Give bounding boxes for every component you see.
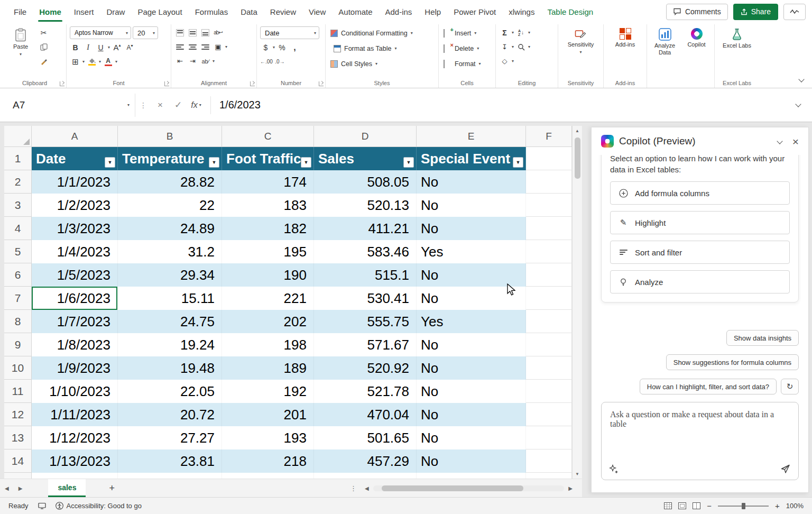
cell-F14[interactable]: [526, 449, 572, 473]
sort-filter-icon[interactable]: AZ↓: [515, 26, 527, 39]
zoom-level[interactable]: 100%: [786, 502, 804, 510]
row-number-13[interactable]: 13: [4, 426, 32, 449]
fill-color-icon[interactable]: [86, 56, 97, 68]
menu-tab-xlwings[interactable]: xlwings: [502, 0, 541, 23]
pane-collapse-icon[interactable]: [777, 138, 782, 144]
highlight-button[interactable]: ✎ Highlight: [610, 211, 790, 234]
conditional-formatting-button[interactable]: Conditional Formatting▾: [329, 26, 435, 40]
analyze-data-button[interactable]: Analyze Data: [651, 26, 679, 56]
scroll-right-icon[interactable]: ▶: [567, 485, 574, 491]
cell-E3[interactable]: No: [417, 194, 526, 217]
menu-tab-view[interactable]: View: [302, 0, 332, 23]
next-sheet-icon[interactable]: ▶: [14, 485, 27, 491]
cell-A7[interactable]: 1/6/2023: [32, 287, 118, 310]
copilot-button[interactable]: Copilot: [682, 26, 711, 48]
header-cell-special-event[interactable]: Special Event▼: [417, 147, 526, 170]
cell-A13[interactable]: 1/12/2023: [32, 426, 118, 449]
cell-C3[interactable]: 183: [222, 194, 314, 217]
chip-highlight-filter-sort[interactable]: How can I highlight, filter, and sort da…: [640, 379, 777, 394]
collapse-ribbon-icon[interactable]: [799, 74, 804, 84]
zoom-slider[interactable]: [718, 506, 769, 507]
cell-D12[interactable]: 470.04: [314, 403, 417, 426]
bold-button[interactable]: B: [70, 41, 81, 53]
cell-D8[interactable]: 555.75: [314, 310, 417, 333]
cell-F3[interactable]: [526, 194, 572, 217]
cell-F15[interactable]: [526, 473, 572, 479]
menu-tab-table-design[interactable]: Table Design: [541, 0, 599, 23]
row-number-14[interactable]: 14: [4, 449, 32, 473]
header-cell-sales[interactable]: Sales▼: [314, 147, 417, 170]
cell-F6[interactable]: [526, 263, 572, 287]
chip-show-data-insights[interactable]: Show data insights: [726, 330, 799, 346]
row-number-8[interactable]: 8: [4, 310, 32, 333]
wrap-text-icon[interactable]: ab↩: [213, 26, 224, 39]
paste-button[interactable]: Paste ▾: [6, 26, 35, 57]
row-number-15[interactable]: 15: [4, 473, 32, 479]
header-cell-foot-traffic[interactable]: Foot Traffic▼: [222, 147, 314, 170]
row-number-10[interactable]: 10: [4, 356, 32, 380]
cell-A6[interactable]: 1/5/2023: [32, 263, 118, 287]
align-right-icon[interactable]: [200, 41, 211, 53]
select-all-corner[interactable]: [4, 126, 32, 147]
font-color-icon[interactable]: A: [103, 56, 114, 68]
row-number-6[interactable]: 6: [4, 263, 32, 287]
cell-B14[interactable]: 23.81: [118, 449, 222, 473]
alignment-dialog-launcher[interactable]: [250, 81, 255, 86]
share-button[interactable]: Share: [733, 4, 778, 20]
comma-style-icon[interactable]: ,: [289, 41, 300, 53]
display-settings-icon[interactable]: [38, 502, 46, 509]
cell-A10[interactable]: 1/9/2023: [32, 356, 118, 380]
font-name-select[interactable]: Aptos Narrow▾: [70, 26, 131, 39]
prev-sheet-icon[interactable]: ◀: [0, 485, 14, 491]
cell-D14[interactable]: 457.29: [314, 449, 417, 473]
cell-E4[interactable]: No: [417, 217, 526, 240]
cell-F10[interactable]: [526, 356, 572, 380]
cell-B13[interactable]: 27.27: [118, 426, 222, 449]
format-painter-icon[interactable]: [38, 55, 49, 67]
cell-E9[interactable]: No: [417, 333, 526, 356]
menu-tab-power-pivot[interactable]: Power Pivot: [447, 0, 502, 23]
column-header-F[interactable]: F: [526, 126, 572, 147]
cell-C12[interactable]: 201: [222, 403, 314, 426]
clipboard-dialog-launcher[interactable]: [60, 81, 64, 86]
cell-D10[interactable]: 520.92: [314, 356, 417, 380]
align-left-icon[interactable]: [174, 41, 186, 53]
column-header-A[interactable]: A: [32, 126, 118, 147]
cell-C10[interactable]: 189: [222, 356, 314, 380]
cell-B7[interactable]: 15.11: [118, 287, 222, 310]
header-cell-temperature[interactable]: Temperature▼: [118, 147, 222, 170]
row-number-7[interactable]: 7: [4, 287, 32, 310]
increase-decimal-icon[interactable]: ←.00: [260, 56, 273, 68]
cell-D13[interactable]: 501.65: [314, 426, 417, 449]
cell-E12[interactable]: No: [417, 403, 526, 426]
clear-icon[interactable]: ◇: [499, 55, 510, 67]
cell-A5[interactable]: 1/4/2023: [32, 240, 118, 263]
currency-icon[interactable]: $: [260, 41, 271, 53]
format-as-table-button[interactable]: Format as Table▾: [329, 42, 435, 55]
menu-tab-automate[interactable]: Automate: [332, 0, 379, 23]
row-number-12[interactable]: 12: [4, 403, 32, 426]
align-bottom-icon[interactable]: [200, 26, 211, 39]
number-format-select[interactable]: Date▾: [260, 26, 319, 39]
cell-D7[interactable]: 530.41: [314, 287, 417, 310]
cell-C6[interactable]: 190: [222, 263, 314, 287]
activity-icon[interactable]: [783, 4, 806, 20]
header-cell-date[interactable]: Date▼: [32, 147, 118, 170]
accessibility-status[interactable]: Accessibility: Good to go: [56, 502, 142, 510]
cell-F8[interactable]: [526, 310, 572, 333]
cell-E7[interactable]: No: [417, 287, 526, 310]
sensitivity-button[interactable]: Sensitivity ▾: [562, 26, 600, 54]
comments-button[interactable]: Comments: [666, 4, 728, 20]
horizontal-scrollbar[interactable]: ◀ ▶: [364, 484, 574, 492]
merge-center-icon[interactable]: ▣: [213, 41, 224, 53]
grow-font-button[interactable]: A▴: [112, 41, 123, 53]
number-dialog-launcher[interactable]: [319, 81, 324, 86]
scroll-left-icon[interactable]: ◀: [364, 485, 370, 491]
cell-F13[interactable]: [526, 426, 572, 449]
shrink-font-button[interactable]: A▾: [124, 41, 135, 53]
align-center-icon[interactable]: [187, 41, 198, 53]
zoom-slider-thumb[interactable]: [742, 503, 745, 509]
copy-icon[interactable]: [38, 41, 49, 53]
column-header-E[interactable]: E: [417, 126, 526, 147]
cell-F11[interactable]: [526, 380, 572, 403]
